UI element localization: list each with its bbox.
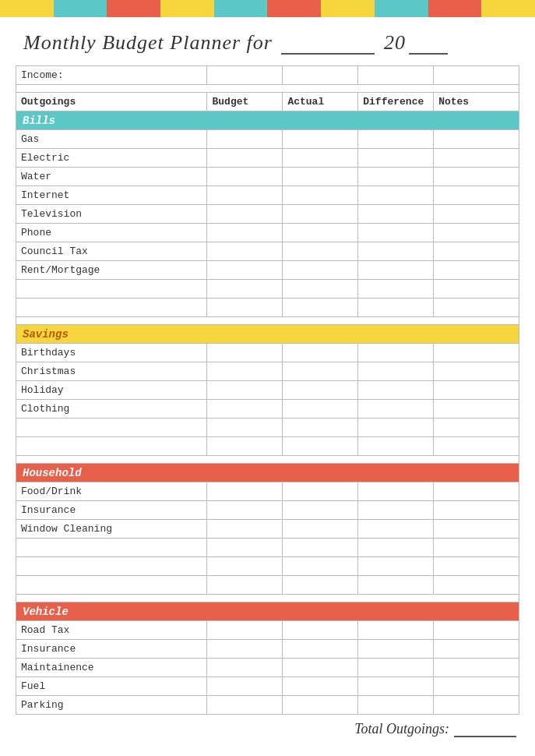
row-cell[interactable]: [207, 437, 283, 456]
row-cell[interactable]: [283, 299, 358, 317]
row-cell[interactable]: [358, 576, 434, 595]
row-cell[interactable]: [207, 261, 283, 280]
row-cell[interactable]: [434, 130, 519, 149]
row-cell[interactable]: [434, 242, 519, 261]
row-cell[interactable]: [207, 242, 283, 261]
row-cell[interactable]: [434, 557, 519, 576]
row-cell[interactable]: [434, 362, 519, 381]
row-cell[interactable]: [358, 168, 434, 186]
row-cell[interactable]: [207, 168, 283, 186]
row-cell[interactable]: [358, 130, 434, 149]
row-cell[interactable]: [434, 205, 519, 224]
row-cell[interactable]: [207, 381, 283, 400]
row-cell[interactable]: [358, 362, 434, 381]
row-cell[interactable]: [283, 186, 358, 205]
row-cell[interactable]: [358, 381, 434, 400]
row-cell[interactable]: [283, 696, 358, 715]
row-cell[interactable]: [358, 186, 434, 205]
row-cell[interactable]: [358, 400, 434, 419]
row-cell[interactable]: [434, 621, 519, 640]
row-cell[interactable]: [358, 419, 434, 437]
row-cell[interactable]: [434, 576, 519, 595]
row-cell[interactable]: [434, 381, 519, 400]
row-cell[interactable]: [283, 381, 358, 400]
row-cell[interactable]: [207, 299, 283, 317]
row-cell[interactable]: [207, 677, 283, 696]
row-cell[interactable]: [434, 299, 519, 317]
row-cell[interactable]: [358, 261, 434, 280]
row-cell[interactable]: [434, 520, 519, 539]
income-budget[interactable]: [207, 66, 283, 85]
row-cell[interactable]: [207, 130, 283, 149]
row-cell[interactable]: [207, 205, 283, 224]
row-cell[interactable]: [358, 640, 434, 659]
row-cell[interactable]: [358, 205, 434, 224]
row-cell[interactable]: [434, 696, 519, 715]
row-cell[interactable]: [207, 557, 283, 576]
row-cell[interactable]: [358, 242, 434, 261]
row-cell[interactable]: [358, 539, 434, 557]
row-cell[interactable]: [434, 640, 519, 659]
row-cell[interactable]: [207, 224, 283, 242]
row-cell[interactable]: [207, 501, 283, 520]
row-cell[interactable]: [434, 400, 519, 419]
row-cell[interactable]: [358, 344, 434, 362]
row-cell[interactable]: [283, 640, 358, 659]
row-cell[interactable]: [283, 205, 358, 224]
row-cell[interactable]: [207, 344, 283, 362]
row-cell[interactable]: [358, 659, 434, 677]
row-cell[interactable]: [283, 621, 358, 640]
row-cell[interactable]: [283, 482, 358, 501]
row-cell[interactable]: [283, 539, 358, 557]
row-cell[interactable]: [207, 362, 283, 381]
row-cell[interactable]: [283, 280, 358, 299]
row-cell[interactable]: [358, 557, 434, 576]
row-cell[interactable]: [434, 419, 519, 437]
row-cell[interactable]: [358, 621, 434, 640]
row-cell[interactable]: [434, 501, 519, 520]
row-cell[interactable]: [358, 677, 434, 696]
row-cell[interactable]: [283, 224, 358, 242]
income-actual[interactable]: [283, 66, 358, 85]
row-cell[interactable]: [207, 659, 283, 677]
row-cell[interactable]: [434, 539, 519, 557]
row-cell[interactable]: [283, 557, 358, 576]
row-cell[interactable]: [283, 520, 358, 539]
row-cell[interactable]: [434, 186, 519, 205]
row-cell[interactable]: [283, 677, 358, 696]
row-cell[interactable]: [434, 168, 519, 186]
row-cell[interactable]: [434, 437, 519, 456]
row-cell[interactable]: [207, 520, 283, 539]
row-cell[interactable]: [283, 576, 358, 595]
row-cell[interactable]: [283, 242, 358, 261]
row-cell[interactable]: [283, 437, 358, 456]
row-cell[interactable]: [207, 482, 283, 501]
row-cell[interactable]: [283, 149, 358, 168]
row-cell[interactable]: [434, 261, 519, 280]
row-cell[interactable]: [207, 621, 283, 640]
row-cell[interactable]: [207, 186, 283, 205]
row-cell[interactable]: [207, 280, 283, 299]
row-cell[interactable]: [207, 640, 283, 659]
row-cell[interactable]: [358, 520, 434, 539]
total-blank[interactable]: [454, 736, 516, 737]
row-cell[interactable]: [283, 344, 358, 362]
row-cell[interactable]: [434, 677, 519, 696]
row-cell[interactable]: [283, 419, 358, 437]
row-cell[interactable]: [434, 344, 519, 362]
row-cell[interactable]: [434, 149, 519, 168]
row-cell[interactable]: [207, 696, 283, 715]
row-cell[interactable]: [358, 149, 434, 168]
row-cell[interactable]: [283, 130, 358, 149]
row-cell[interactable]: [283, 501, 358, 520]
title-name-blank[interactable]: [281, 53, 375, 55]
row-cell[interactable]: [434, 482, 519, 501]
row-cell[interactable]: [207, 419, 283, 437]
row-cell[interactable]: [358, 437, 434, 456]
row-cell[interactable]: [283, 400, 358, 419]
row-cell[interactable]: [207, 576, 283, 595]
income-notes[interactable]: [434, 66, 519, 85]
row-cell[interactable]: [434, 659, 519, 677]
row-cell[interactable]: [358, 696, 434, 715]
row-cell[interactable]: [283, 659, 358, 677]
